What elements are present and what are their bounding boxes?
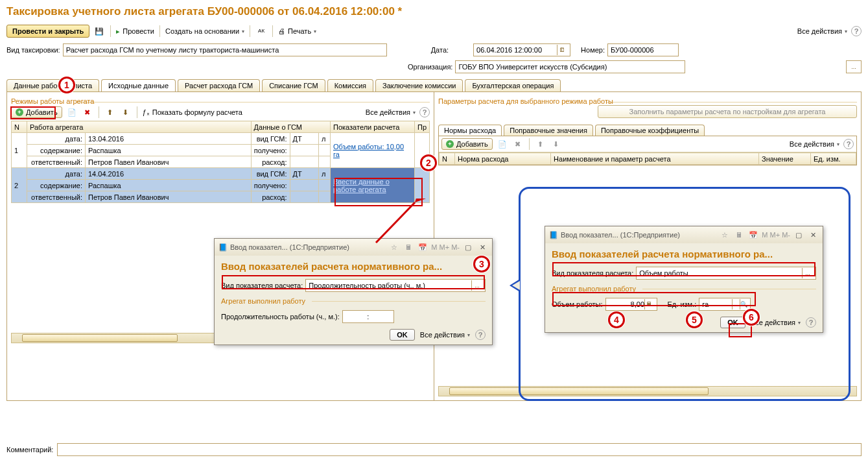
fav-icon[interactable]: ☆ [719, 229, 731, 241]
fill-params-button[interactable]: Заполнить параметры расчета по настройка… [598, 105, 857, 118]
calc-icon[interactable]: 🖩 [403, 241, 414, 253]
r1-calc-link[interactable]: Объем работы: 10,00 га [333, 143, 404, 158]
right-all-actions[interactable]: Все действия▾ [790, 140, 839, 148]
mr-ok-button[interactable]: OK [720, 317, 745, 328]
tab-3[interactable]: Списание ГСМ [262, 79, 325, 91]
modal-right: 📘 Ввод показател... (1С:Предприятие) ☆ 🖩… [545, 226, 823, 333]
comment-input[interactable] [57, 443, 862, 456]
tab-1[interactable]: Исходные данные [101, 79, 176, 91]
right-hscroll[interactable] [438, 386, 857, 396]
mr-unit-input[interactable]: ...🔍 [699, 298, 751, 311]
command-bar: Провести и закрыть 💾 ▸Провести Создать н… [0, 23, 868, 42]
tab-5[interactable]: Заключение комиссии [375, 79, 463, 91]
col-gsm[interactable]: Данные о ГСМ [251, 121, 330, 133]
help-icon[interactable]: ? [851, 26, 862, 36]
select-icon[interactable]: ... [732, 299, 740, 309]
vid-label: Вид таксировки: [6, 46, 60, 54]
down-icon[interactable]: ⬇ [120, 106, 132, 118]
mr-vid-input[interactable]: ... [636, 267, 816, 280]
right-add-button[interactable]: +Добавить [441, 138, 493, 150]
col-pr[interactable]: Пр [414, 121, 429, 133]
app-icon: 📘 [549, 231, 558, 239]
date-input[interactable]: 🗓 [473, 43, 570, 56]
col-calc[interactable]: Показатели расчета [330, 121, 414, 133]
left-add-button[interactable]: +Добавить [11, 106, 62, 118]
post-button[interactable]: ▸Провести [116, 27, 154, 36]
ml-all-actions[interactable]: Все действия▾ [420, 331, 470, 339]
print-button[interactable]: 🖨 Печать▾ [278, 27, 316, 35]
post-and-close-button[interactable]: Провести и закрыть [6, 25, 89, 38]
ml-prod-input[interactable] [342, 310, 394, 323]
plus-icon: + [446, 140, 454, 148]
org-select-icon[interactable]: ... [846, 60, 862, 73]
main-tabs: Данные рабочего листа Исходные данные Ра… [0, 79, 868, 91]
date-picker-icon[interactable]: 🗓 [557, 45, 567, 55]
app-icon: 📘 [218, 243, 228, 252]
number-label: Номер: [581, 46, 605, 54]
modal-left: 📘 Ввод показател... (1С:Предприятие) ☆ 🖩… [214, 238, 493, 345]
calendar-icon[interactable]: 📅 [747, 229, 759, 241]
subtab-1[interactable]: Поправочные значения [504, 125, 593, 136]
down-icon[interactable]: ⬇ [550, 138, 562, 150]
up-icon[interactable]: ⬆ [535, 138, 546, 150]
number-input[interactable] [607, 43, 679, 56]
col-work[interactable]: Работа агрегата [27, 121, 252, 133]
copy-icon[interactable]: 📄 [497, 138, 508, 150]
tab-2[interactable]: Расчет расхода ГСМ [178, 79, 260, 91]
date-label: Дата: [431, 46, 449, 54]
tab-4[interactable]: Комиссия [327, 79, 373, 91]
left-help-icon[interactable]: ? [419, 107, 430, 117]
subtab-0[interactable]: Нормы расхода [438, 125, 502, 136]
save-icon[interactable]: 💾 [93, 25, 105, 37]
tab-0[interactable]: Данные рабочего листа [6, 79, 99, 91]
close-icon[interactable]: ✕ [807, 229, 819, 241]
dtct-icon[interactable]: АК [255, 25, 267, 37]
up-icon[interactable]: ⬆ [104, 106, 116, 118]
vid-input[interactable] [63, 43, 387, 56]
tab-6[interactable]: Бухгалтерская операция [465, 79, 561, 91]
right-help-icon[interactable]: ? [843, 139, 854, 149]
left-grid: N Работа агрегата Данные о ГСМ Показател… [11, 121, 430, 203]
col-n[interactable]: N [12, 121, 27, 133]
left-all-actions[interactable]: Все действия▾ [366, 108, 416, 116]
delete-icon[interactable]: ✖ [512, 138, 524, 150]
mr-vol-input[interactable]: 🖩 [605, 298, 657, 311]
ml-help-icon[interactable]: ? [475, 330, 486, 340]
org-input[interactable] [455, 60, 685, 73]
comment-label: Комментарий: [6, 446, 53, 454]
ml-vid-input[interactable]: ... [305, 279, 486, 292]
calendar-icon[interactable]: 📅 [417, 241, 428, 253]
show-formula-button[interactable]: ƒₓ Показать формулу расчета [143, 108, 242, 117]
min-icon[interactable]: ▢ [793, 229, 804, 241]
copy-icon[interactable]: 📄 [66, 106, 78, 118]
plus-icon: + [16, 108, 23, 116]
r2-calc-link[interactable]: Ввести данные о работе агрегата [333, 178, 390, 193]
page-title: Таксировка учетного листа агрегата БУ00-… [0, 0, 868, 23]
ml-ok-button[interactable]: OK [390, 329, 415, 341]
calc-icon[interactable]: 🖩 [733, 229, 745, 241]
create-based-on-button[interactable]: Создать на основании▾ [165, 27, 244, 35]
calc-icon[interactable]: 🖩 [644, 299, 653, 309]
min-icon[interactable]: ▢ [462, 241, 474, 253]
mr-help-icon[interactable]: ? [806, 317, 816, 328]
delete-icon[interactable]: ✖ [82, 106, 93, 118]
open-icon[interactable]: 🔍 [740, 299, 747, 309]
subtab-2[interactable]: Поправочные коэффициенты [595, 125, 705, 136]
select-icon[interactable]: ... [802, 268, 813, 278]
org-label: Организация: [408, 63, 452, 71]
all-actions-button[interactable]: Все действия▾ [797, 27, 847, 35]
select-icon[interactable]: ... [471, 280, 482, 291]
close-icon[interactable]: ✕ [476, 241, 488, 253]
fav-icon[interactable]: ☆ [388, 241, 400, 253]
